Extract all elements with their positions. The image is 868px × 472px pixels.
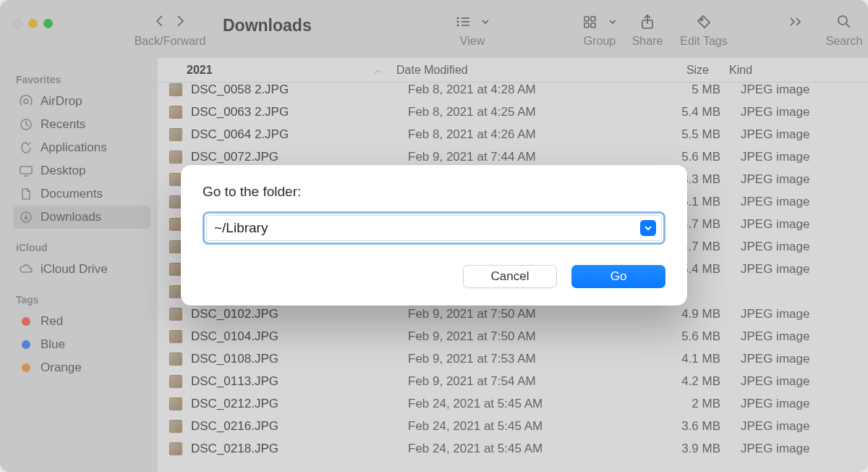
go-to-folder-dialog: Go to the folder: Cancel Go [181,165,687,305]
folder-path-input[interactable] [206,215,662,241]
finder-window: Back/Forward Downloads View Group [0,0,868,472]
chevron-down-icon [644,224,652,232]
dialog-buttons: Cancel Go [203,265,665,288]
dialog-label: Go to the folder: [203,184,665,200]
folder-path-combobox[interactable] [203,211,665,245]
combobox-dropdown-button[interactable] [640,220,656,236]
go-button[interactable]: Go [571,265,665,288]
cancel-button[interactable]: Cancel [463,265,557,288]
